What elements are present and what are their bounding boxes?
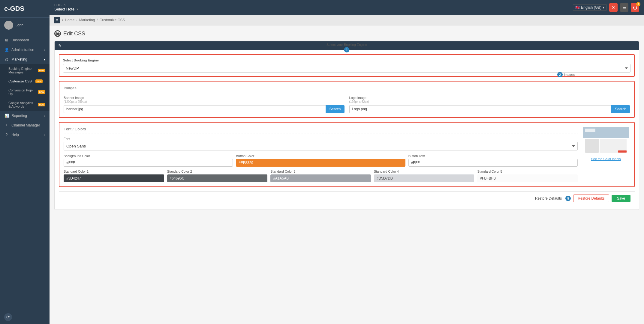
standard5-label: Standard Color 5 (477, 170, 578, 173)
preview-mock (583, 127, 629, 155)
banner-label: Banner image (64, 96, 345, 100)
banner-input-row: Search (64, 105, 345, 113)
banner-size: (1200px x 259px) (64, 100, 345, 103)
topbar-hotel[interactable]: HOTELS Select Hotel ▾ (54, 4, 78, 11)
background-color-input[interactable] (64, 159, 233, 167)
color-preview-image (583, 127, 629, 155)
breadcrumb-settings-icon[interactable]: ⚙ (54, 17, 60, 23)
topbar-hotel-label: HOTELS (54, 4, 78, 7)
sidebar-item-reporting[interactable]: 📊 Reporting › (0, 111, 50, 120)
standard-color-5-input[interactable] (477, 174, 578, 182)
button-text-input[interactable] (408, 159, 578, 167)
sidebar-item-dashboard[interactable]: ⊞ Dashboard (0, 35, 50, 45)
font-select[interactable]: Open Sans (64, 142, 578, 150)
username-label: Jonh (16, 23, 23, 27)
booking-engine-select[interactable]: NewDP (63, 64, 630, 73)
button-text-label: Button Text (408, 154, 578, 158)
edit-pencil-icon: ✎ (58, 43, 62, 48)
edit-icon: ◉ (54, 30, 61, 37)
help-icon: ? (4, 133, 9, 137)
breadcrumb-separator: / (76, 18, 77, 22)
topbar-menu-button[interactable]: ☰ (620, 3, 628, 12)
font-label: Font (64, 137, 578, 141)
sidebar-item-label: Conversion Pop-Up (8, 88, 34, 96)
step2-circle: 2 (557, 72, 563, 77)
breadcrumb: ⚙ / Home / Marketing / Customize CSS (50, 15, 644, 25)
logo-input[interactable] (349, 105, 611, 113)
button-color-input[interactable] (236, 159, 405, 167)
channel-manager-icon: + (4, 123, 9, 127)
sidebar-item-label: Customize CSS (8, 79, 32, 83)
preview-col1 (585, 139, 599, 153)
standard-color-2-input[interactable] (167, 174, 268, 182)
background-color-field: Background Color (64, 154, 233, 167)
chevron-right-icon: › (44, 48, 45, 52)
topbar-notification-button[interactable]: ⏻ 4 (631, 3, 639, 12)
sidebar: e-GDS J Jonh ⊞ Dashboard 👤 Administratio… (0, 0, 50, 324)
footer-bar: Restore Defaults 5 Restore Defaults Save (59, 191, 635, 205)
standard4-label: Standard Color 4 (374, 170, 474, 173)
save-button[interactable]: Save (612, 195, 630, 202)
standard-color-3-input[interactable] (270, 174, 371, 182)
topbar-language-selector[interactable]: 🇬🇧 English (GB) ▾ (573, 4, 607, 11)
sidebar-settings-button[interactable]: ⟳ (4, 313, 12, 321)
logo-image-field: Logo image: (192px x 62px) Search (349, 96, 630, 113)
banner-image-field: Banner image (1200px x 259px) Search (64, 96, 345, 113)
see-color-labels-link[interactable]: See the Color labels (591, 157, 621, 161)
sidebar-item-marketing[interactable]: ◎ Marketing ▾ (0, 55, 50, 64)
restore-defaults-label: Restore Defaults (535, 196, 562, 201)
sidebar-item-channel-manager[interactable]: + Channel Manager › (0, 120, 50, 130)
button-text-field: Button Text (408, 154, 578, 167)
sidebar-item-customize-css[interactable]: Customize CSS new (0, 77, 50, 86)
step1-circle: 1 (344, 47, 350, 52)
restore-defaults-button[interactable]: Restore Defaults (573, 195, 609, 202)
standard-color-1-input[interactable] (64, 174, 164, 182)
badge-new: new (38, 90, 45, 94)
page-title: ◉ Edit CSS (54, 30, 639, 37)
sidebar-item-label: Dashboard (11, 38, 29, 42)
logo-label: Logo image: (349, 96, 630, 100)
standard-color-4-field: Standard Color 4 (374, 170, 474, 182)
flag-icon: 🇬🇧 (575, 5, 580, 10)
logo-search-button[interactable]: Search (611, 105, 630, 113)
breadcrumb-home-link[interactable]: Home (65, 18, 74, 22)
chevron-right-icon: › (44, 124, 45, 127)
reporting-icon: 📊 (4, 114, 9, 118)
sidebar-item-conversion-popup[interactable]: Conversion Pop-Up new (0, 86, 50, 98)
images-grid: Banner image (1200px x 259px) Search (64, 96, 630, 113)
breadcrumb-current: Customize CSS (100, 18, 125, 22)
banner-search-button[interactable]: Search (326, 105, 344, 113)
breadcrumb-marketing-link[interactable]: Marketing (79, 18, 95, 22)
topbar-close-button[interactable]: ✕ (609, 3, 618, 12)
booking-engine-section: Select Booking Engine NewDP (59, 54, 635, 77)
dashboard-icon: ⊞ (4, 38, 9, 42)
standard-color-4-input[interactable] (374, 174, 474, 182)
sidebar-user: J Jonh (0, 18, 50, 33)
badge-new: new (35, 79, 43, 83)
avatar: J (4, 21, 13, 30)
step5-circle: 5 (565, 196, 571, 201)
standard-color-3-field: Standard Color 3 (270, 170, 371, 182)
sidebar-item-google-analytics[interactable]: Google Analytics & Adwords new (0, 98, 50, 111)
sidebar-footer: ⟳ (0, 310, 50, 324)
images-section: Images Banner image (1200px x 259px) Sea… (59, 81, 635, 118)
language-label: English (GB) (581, 5, 601, 10)
banner-input[interactable] (64, 105, 326, 113)
chevron-down-icon: ▾ (44, 58, 45, 61)
topbar-hotel-arrow-icon: ▾ (77, 7, 78, 11)
sidebar-nav: ⊞ Dashboard 👤 Administration › ◎ Marketi… (0, 33, 50, 310)
main-card: ✎ Select your Booking Engine 1 (54, 41, 639, 210)
sidebar-item-booking-engine[interactable]: Booking Engine Messages new (0, 64, 50, 77)
administration-icon: 👤 (4, 48, 9, 52)
sidebar-item-help[interactable]: ? Help › (0, 130, 50, 140)
sidebar-item-label: Channel Manager (11, 123, 40, 127)
font-colors-section: Font / Colors Font Open Sans Background … (59, 122, 635, 187)
sidebar-item-label: Google Analytics & Adwords (8, 101, 34, 108)
sidebar-sub-marketing: Booking Engine Messages new Customize CS… (0, 64, 50, 111)
page-title-text: Edit CSS (63, 31, 85, 37)
button-color-field: Button Color (236, 154, 405, 167)
button-color-label: Button Color (236, 154, 405, 158)
topbar: HOTELS Select Hotel ▾ 🇬🇧 English (GB) ▾ … (50, 0, 644, 15)
sidebar-item-administration[interactable]: 👤 Administration › (0, 45, 50, 55)
standard2-label: Standard Color 2 (167, 170, 268, 173)
